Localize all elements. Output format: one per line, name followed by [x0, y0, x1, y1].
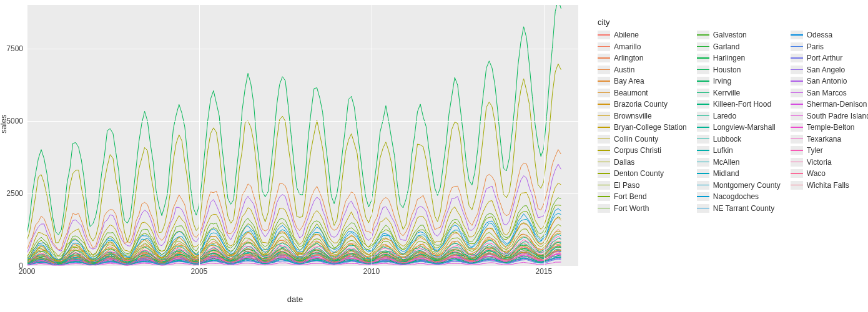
legend-item: Waco: [791, 169, 868, 178]
legend-label: Galveston: [713, 31, 747, 39]
legend-item: Galveston: [697, 31, 781, 39]
legend-label: Collin County: [614, 135, 658, 144]
legend-swatch: [791, 54, 803, 62]
legend-swatch: [598, 31, 610, 39]
legend-swatch: [697, 158, 709, 167]
legend-item: Kerrville: [697, 89, 781, 97]
legend-item: Longview-Marshall: [697, 123, 781, 132]
legend-item: Brownsville: [598, 112, 687, 120]
legend-swatch: [598, 123, 610, 132]
legend-item: San Angelo: [791, 66, 868, 74]
x-tick: 2015: [535, 267, 552, 276]
legend-swatch: [697, 54, 709, 62]
legend-label: Odessa: [807, 31, 832, 39]
series-san-antonio: [27, 164, 561, 253]
legend-label: Bryan-College Station: [614, 123, 687, 132]
legend-label: Waco: [807, 169, 826, 178]
legend-swatch: [697, 42, 709, 51]
legend-label: Harlingen: [713, 54, 745, 62]
legend-label: Paris: [807, 42, 824, 51]
legend-item: Garland: [697, 42, 781, 51]
legend-item: Irving: [697, 77, 781, 85]
legend-item: Paris: [791, 42, 868, 51]
legend-label: Corpus Christi: [614, 146, 661, 155]
legend-swatch: [791, 42, 803, 51]
x-tick: 2005: [191, 267, 208, 276]
legend-swatch: [697, 77, 709, 85]
legend-label: Garland: [713, 42, 740, 51]
legend-swatch: [791, 158, 803, 167]
legend-swatch: [697, 135, 709, 144]
legend-label: Brazoria County: [614, 100, 668, 109]
legend-label: Lufkin: [713, 146, 733, 155]
legend-label: Wichita Falls: [807, 181, 849, 190]
legend-label: Texarkana: [807, 135, 841, 144]
legend-swatch: [791, 123, 803, 132]
legend-label: San Marcos: [807, 89, 847, 97]
legend-label: Sherman-Denison: [807, 100, 867, 109]
legend-swatch: [598, 112, 610, 120]
legend-item: Abilene: [598, 31, 687, 39]
legend-item: San Marcos: [791, 89, 868, 97]
legend-item: Brazoria County: [598, 100, 687, 109]
legend-swatch: [791, 135, 803, 144]
legend-item: McAllen: [697, 158, 781, 167]
legend-swatch: [598, 89, 610, 97]
legend-label: El Paso: [614, 181, 639, 190]
y-tick: 2500: [0, 189, 23, 198]
legend-label: Lubbock: [713, 135, 741, 144]
legend-swatch: [697, 192, 709, 201]
legend-swatch: [598, 77, 610, 85]
legend-label: Austin: [614, 66, 634, 74]
plot-column: sales 02500500075002000200520102015 date: [0, 0, 590, 312]
legend-swatch: [598, 158, 610, 167]
legend-item: Amarillo: [598, 42, 687, 51]
legend-swatch: [598, 42, 610, 51]
legend-swatch: [598, 146, 610, 155]
legend-swatch: [598, 204, 610, 213]
legend-swatch: [791, 89, 803, 97]
legend-label: Denton County: [614, 169, 664, 178]
legend-item: Dallas: [598, 158, 687, 167]
legend: city AbileneAmarilloArlingtonAustinBay A…: [598, 17, 868, 312]
legend-label: Brownsville: [614, 112, 652, 120]
legend-item: Harlingen: [697, 54, 781, 62]
legend-item: Beaumont: [598, 89, 687, 97]
y-tick: 5000: [0, 117, 23, 125]
legend-swatch: [697, 169, 709, 178]
legend-columns: AbileneAmarilloArlingtonAustinBay AreaBe…: [598, 31, 868, 213]
legend-label: Midland: [713, 169, 739, 178]
legend-label: Tyler: [807, 146, 823, 155]
legend-item: Laredo: [697, 112, 781, 120]
legend-swatch: [598, 181, 610, 190]
x-tick: 2010: [363, 267, 380, 276]
legend-item: Arlington: [598, 54, 687, 62]
legend-label: San Antonio: [807, 77, 847, 85]
legend-swatch: [791, 112, 803, 120]
legend-title: city: [598, 17, 868, 27]
plot-area: sales 02500500075002000200520102015: [0, 0, 590, 282]
legend-swatch: [697, 31, 709, 39]
legend-swatch: [697, 112, 709, 120]
legend-swatch: [697, 123, 709, 132]
legend-item: Lubbock: [697, 135, 781, 144]
legend-item: Collin County: [598, 135, 687, 144]
legend-swatch: [697, 204, 709, 213]
legend-item: Montgomery County: [697, 181, 781, 190]
legend-label: Beaumont: [614, 89, 648, 97]
legend-swatch: [791, 66, 803, 74]
legend-label: Houston: [713, 66, 741, 74]
legend-item: Port Arthur: [791, 54, 868, 62]
legend-label: Nacogdoches: [713, 192, 759, 201]
y-tick: 7500: [0, 44, 23, 53]
legend-swatch: [791, 100, 803, 109]
legend-item: Odessa: [791, 31, 868, 39]
legend-item: Bay Area: [598, 77, 687, 85]
legend-label: Kerrville: [713, 89, 740, 97]
x-tick: 2000: [19, 267, 36, 276]
legend-item: Bryan-College Station: [598, 123, 687, 132]
legend-label: Longview-Marshall: [713, 123, 776, 132]
legend-swatch: [791, 169, 803, 178]
legend-label: Fort Worth: [614, 204, 649, 213]
legend-swatch: [598, 100, 610, 109]
